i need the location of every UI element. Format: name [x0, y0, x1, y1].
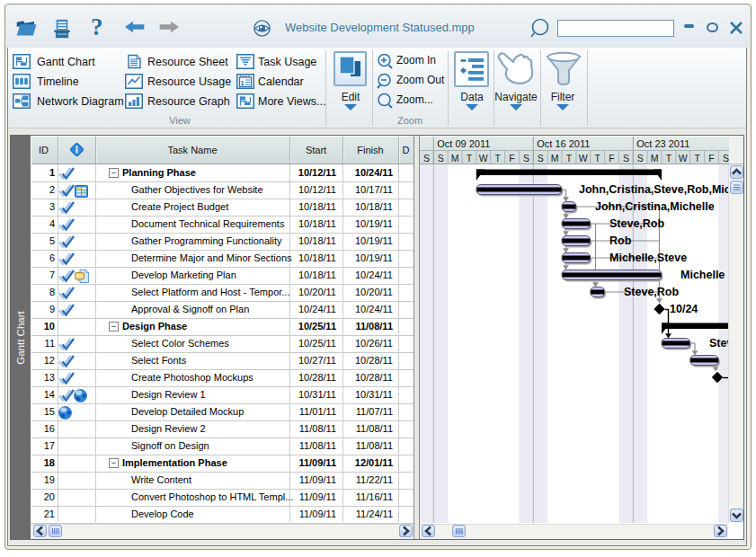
svg-text:Steve,Rob: Steve,Rob: [609, 217, 664, 230]
svg-text:Oct 09 2011: Oct 09 2011: [437, 138, 490, 149]
svg-text:T: T: [594, 153, 600, 164]
svg-text:Steve,Rob: Steve,Rob: [624, 286, 679, 298]
svg-text:M: M: [451, 153, 459, 164]
svg-text:John,Cristina,Steve,Rob,Michel: John,Cristina,Steve,Rob,Michelle: [579, 183, 728, 196]
svg-text:S: S: [623, 153, 629, 164]
svg-text:W: W: [679, 153, 688, 164]
svg-text:T: T: [666, 153, 672, 164]
svg-text:Oct 16 2011: Oct 16 2011: [537, 138, 590, 149]
svg-text:Michelle,Steve: Michelle,Steve: [609, 252, 687, 264]
svg-text:Steve,Cristina: Steve,Cristina: [709, 337, 728, 349]
svg-text:F: F: [708, 153, 714, 164]
svg-text:Oct 23 2011: Oct 23 2011: [636, 138, 689, 149]
svg-text:W: W: [479, 153, 488, 164]
svg-text:S: S: [423, 153, 430, 164]
svg-text:T: T: [694, 153, 700, 164]
svg-text:Rob: Rob: [609, 234, 632, 247]
svg-text:T: T: [566, 153, 573, 164]
svg-text:M: M: [651, 153, 659, 164]
svg-text:F: F: [509, 153, 514, 164]
svg-text:M: M: [551, 153, 559, 164]
svg-text:10/24: 10/24: [670, 303, 698, 315]
svg-text:T: T: [467, 153, 473, 164]
svg-text:Michelle: Michelle: [680, 269, 725, 281]
svg-text:John,Cristina,Michelle: John,Cristina,Michelle: [595, 200, 715, 213]
svg-text:S: S: [538, 153, 544, 164]
svg-text:F: F: [609, 153, 614, 164]
svg-text:S: S: [523, 153, 529, 164]
svg-text:W: W: [579, 153, 588, 164]
svg-text:S: S: [438, 153, 444, 164]
svg-text:1: 1: [240, 79, 245, 87]
svg-text:S: S: [723, 153, 729, 164]
svg-text:T: T: [494, 153, 501, 164]
svg-text:S: S: [637, 153, 644, 164]
